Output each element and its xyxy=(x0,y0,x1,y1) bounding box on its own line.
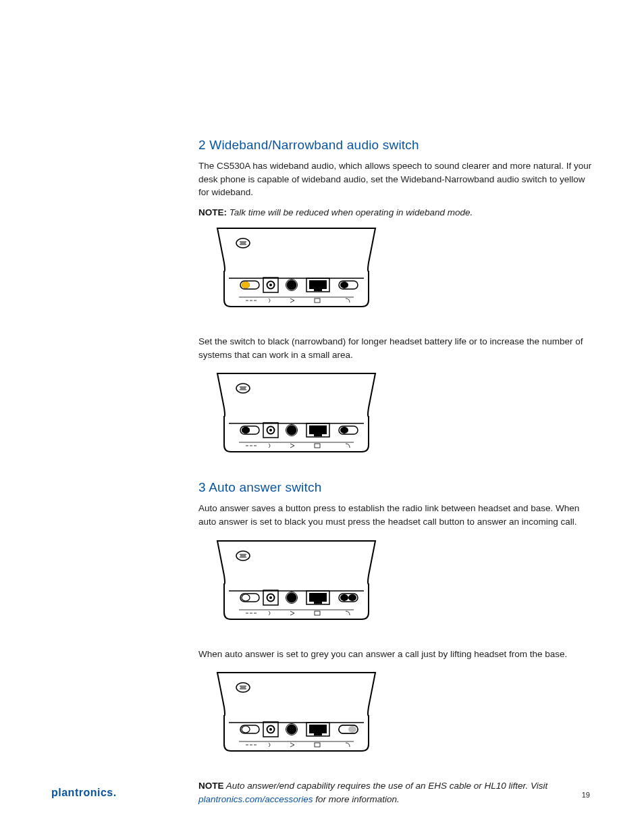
para-s2-1: The CS530A has wideband audio, which all… xyxy=(198,159,594,199)
para-s3-1: Auto answer saves a button press to esta… xyxy=(198,502,594,528)
brand-logo: plantronics. xyxy=(51,787,117,799)
autoanswer-switch-black xyxy=(348,594,356,601)
diagram-base-autoanswer-grey xyxy=(198,670,394,764)
diagram-base-wideband xyxy=(198,226,394,320)
autoanswer-switch-grey xyxy=(348,726,356,733)
page-number: 19 xyxy=(582,791,590,799)
left-switch-neutral xyxy=(242,594,250,601)
page-footer: plantronics. 19 xyxy=(51,787,590,799)
para-s2-2: Set the switch to black (narrowband) for… xyxy=(198,335,594,361)
page: 2 Wideband/Narrowband audio switch The C… xyxy=(0,0,644,834)
para-s3-2: When auto answer is set to grey you can … xyxy=(198,648,594,661)
narrowband-switch-knob xyxy=(242,427,250,434)
wideband-switch-knob xyxy=(242,282,250,288)
left-switch-neutral-2 xyxy=(242,726,250,733)
brand-text: plantronics xyxy=(51,787,113,798)
heading-section-3: 3 Auto answer switch xyxy=(198,480,594,495)
heading-section-2: 2 Wideband/Narrowband audio switch xyxy=(198,138,594,153)
content-column: 2 Wideband/Narrowband audio switch The C… xyxy=(198,138,594,810)
brand-dot: . xyxy=(113,787,117,798)
note-s2: NOTE: Talk time will be reduced when ope… xyxy=(198,206,594,219)
note-label: NOTE: xyxy=(198,207,227,217)
diagram-base-narrowband xyxy=(198,371,394,465)
note-text: Talk time will be reduced when operating… xyxy=(227,207,473,217)
diagram-base-autoanswer-black xyxy=(198,538,394,633)
